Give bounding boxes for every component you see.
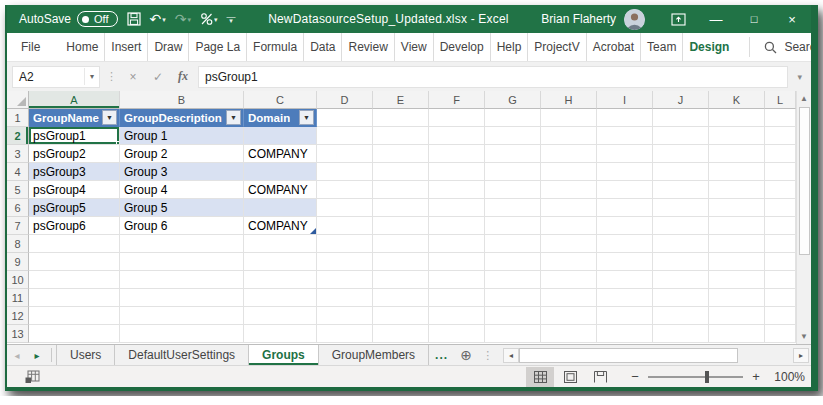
save-button[interactable]: [127, 12, 141, 26]
cell-A6[interactable]: psGroup5: [29, 199, 120, 217]
cell-H4[interactable]: [541, 163, 597, 181]
zoom-slider[interactable]: [648, 376, 743, 378]
cell-K2[interactable]: [709, 127, 765, 145]
cell-I12[interactable]: [597, 307, 653, 325]
cell-A3[interactable]: psGroup2: [29, 145, 120, 163]
scroll-down-icon[interactable]: ▼: [797, 329, 811, 344]
cell-C5[interactable]: COMPANY: [244, 181, 317, 199]
filter-button[interactable]: ▼: [226, 110, 241, 125]
cell-E5[interactable]: [373, 181, 429, 199]
scroll-left-icon[interactable]: ◂: [503, 348, 519, 363]
cell-I4[interactable]: [597, 163, 653, 181]
cell-B10[interactable]: [120, 271, 244, 289]
column-header-l[interactable]: L: [765, 91, 796, 109]
cell-L8[interactable]: [765, 235, 796, 253]
cell-I2[interactable]: [597, 127, 653, 145]
cell-L9[interactable]: [765, 253, 796, 271]
cell-F8[interactable]: [429, 235, 485, 253]
cell-D4[interactable]: [317, 163, 373, 181]
cell-D2[interactable]: [317, 127, 373, 145]
ribbon-tab-draw[interactable]: Draw: [147, 33, 188, 61]
cell-F3[interactable]: [429, 145, 485, 163]
cell-I13[interactable]: [597, 325, 653, 343]
name-box[interactable]: A2 ▾: [12, 66, 100, 88]
cell-D6[interactable]: [317, 199, 373, 217]
cell-B12[interactable]: [120, 307, 244, 325]
cell-I8[interactable]: [597, 235, 653, 253]
cell-E6[interactable]: [373, 199, 429, 217]
cell-F6[interactable]: [429, 199, 485, 217]
new-sheet-button[interactable]: ⊕: [454, 345, 478, 365]
cell-L11[interactable]: [765, 289, 796, 307]
cell-K7[interactable]: [709, 217, 765, 235]
cell-A8[interactable]: [29, 235, 120, 253]
vertical-scrollbar[interactable]: ▲ ▼: [796, 91, 811, 344]
cell-J8[interactable]: [653, 235, 709, 253]
row-header-2[interactable]: 2: [7, 127, 29, 145]
row-header-1[interactable]: 1: [7, 109, 29, 127]
cell-B11[interactable]: [120, 289, 244, 307]
cell-L2[interactable]: [765, 127, 796, 145]
cell-H2[interactable]: [541, 127, 597, 145]
cell-C6[interactable]: [244, 199, 317, 217]
cell-J6[interactable]: [653, 199, 709, 217]
cell-B13[interactable]: [120, 325, 244, 343]
ribbon-tab-insert[interactable]: Insert: [104, 33, 147, 61]
cell-F2[interactable]: [429, 127, 485, 145]
cell-H5[interactable]: [541, 181, 597, 199]
insert-function-button[interactable]: fx: [173, 69, 193, 84]
ribbon-tab-home[interactable]: Home: [60, 33, 104, 61]
cell-E7[interactable]: [373, 217, 429, 235]
cell-J1[interactable]: [653, 109, 709, 127]
ribbon-tab-projectv[interactable]: ProjectV: [527, 33, 585, 61]
cell-E2[interactable]: [373, 127, 429, 145]
cell-G13[interactable]: [485, 325, 541, 343]
cell-J3[interactable]: [653, 145, 709, 163]
cell-I3[interactable]: [597, 145, 653, 163]
ribbon-tab-design[interactable]: Design: [682, 33, 735, 61]
cell-F5[interactable]: [429, 181, 485, 199]
cell-C12[interactable]: [244, 307, 317, 325]
cell-C7[interactable]: COMPANY: [244, 217, 317, 235]
cell-G2[interactable]: [485, 127, 541, 145]
touch-mouse-mode-button[interactable]: ▾: [200, 12, 218, 26]
cell-E1[interactable]: [373, 109, 429, 127]
ribbon-tab-develop[interactable]: Develop: [433, 33, 490, 61]
sheet-tab-defaultusersettings[interactable]: DefaultUserSettings: [115, 345, 249, 365]
column-header-b[interactable]: B: [120, 91, 244, 109]
cell-A5[interactable]: psGroup4: [29, 181, 120, 199]
page-break-preview-button[interactable]: [586, 367, 614, 387]
row-header-7[interactable]: 7: [7, 217, 29, 235]
cell-G12[interactable]: [485, 307, 541, 325]
cell-H6[interactable]: [541, 199, 597, 217]
autosave-toggle[interactable]: Off: [77, 11, 117, 27]
cell-H11[interactable]: [541, 289, 597, 307]
cell-F7[interactable]: [429, 217, 485, 235]
horizontal-scrollbar[interactable]: ◂ ▸: [503, 347, 809, 363]
zoom-level[interactable]: 100%: [771, 370, 805, 384]
cell-D12[interactable]: [317, 307, 373, 325]
sheet-nav-next-button[interactable]: ▸: [27, 345, 47, 365]
cell-G8[interactable]: [485, 235, 541, 253]
cell-D13[interactable]: [317, 325, 373, 343]
cell-L6[interactable]: [765, 199, 796, 217]
column-header-d[interactable]: D: [317, 91, 373, 109]
row-header-3[interactable]: 3: [7, 145, 29, 163]
horizontal-scroll-thumb[interactable]: [519, 348, 738, 363]
ribbon-display-options-button[interactable]: [659, 5, 697, 33]
cell-J4[interactable]: [653, 163, 709, 181]
cell-G1[interactable]: [485, 109, 541, 127]
cell-E3[interactable]: [373, 145, 429, 163]
cell-C1[interactable]: Domain▼: [244, 109, 317, 127]
cell-A11[interactable]: [29, 289, 120, 307]
row-header-8[interactable]: 8: [7, 235, 29, 253]
macro-recording-button[interactable]: [13, 370, 40, 383]
minimize-button[interactable]: —: [697, 5, 735, 33]
normal-view-button[interactable]: [526, 367, 554, 387]
row-header-9[interactable]: 9: [7, 253, 29, 271]
account-name[interactable]: Brian Flaherty: [541, 12, 616, 26]
sheet-tab-groupmembers[interactable]: GroupMembers: [319, 345, 429, 365]
cell-F9[interactable]: [429, 253, 485, 271]
row-header-5[interactable]: 5: [7, 181, 29, 199]
cell-G11[interactable]: [485, 289, 541, 307]
